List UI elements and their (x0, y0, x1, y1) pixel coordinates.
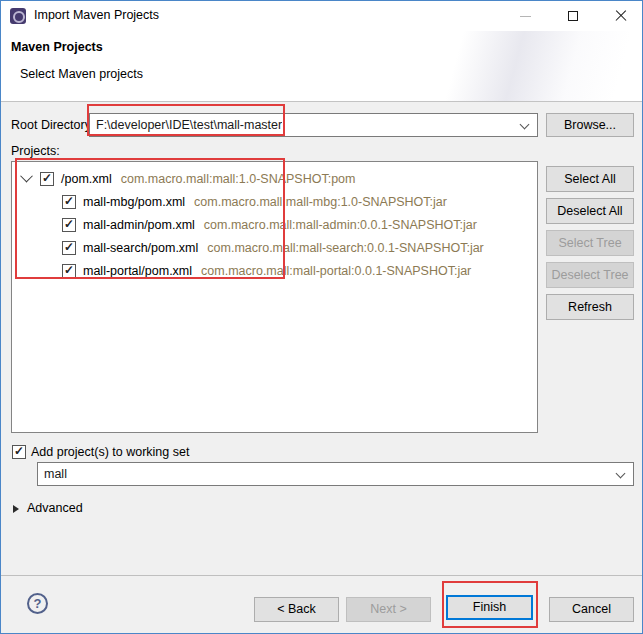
finish-button[interactable]: Finish (446, 595, 533, 620)
minimize-button[interactable] (509, 1, 541, 31)
deselect-tree-button: Deselect Tree (546, 262, 634, 288)
tree-row-mall-portal[interactable]: mall-portal/pom.xml com.macro.mall:mall-… (62, 260, 471, 282)
back-button[interactable]: < Back (254, 597, 339, 622)
page-subtitle: Select Maven projects (20, 67, 143, 81)
browse-button[interactable]: Browse... (546, 113, 634, 137)
tree-row-pom[interactable]: /pom.xml com.macro.mall:mall:1.0-SNAPSHO… (12, 168, 355, 190)
close-button[interactable] (605, 1, 637, 31)
tree-row-mall-admin[interactable]: mall-admin/pom.xml com.macro.mall:mall-a… (62, 214, 477, 236)
chevron-down-icon[interactable] (520, 120, 530, 130)
root-directory-value: F:\developer\IDE\test\mall-master (90, 118, 282, 132)
minimize-icon (520, 16, 531, 17)
select-tree-button: Select Tree (546, 230, 634, 256)
tree-item-label: mall-admin/pom.xml (83, 218, 195, 232)
refresh-button[interactable]: Refresh (546, 294, 634, 320)
tree-item-coords: com.macro.mall:mall-mbg:1.0-SNAPSHOT:jar (194, 195, 447, 209)
tree-checkbox[interactable] (40, 172, 54, 186)
working-set-checkbox[interactable] (12, 445, 26, 459)
help-icon[interactable]: ? (27, 593, 48, 614)
footer-separator (1, 575, 642, 576)
window-title: Import Maven Projects (34, 8, 159, 22)
tree-item-coords: com.macro.mall:mall-search:0.0.1-SNAPSHO… (207, 241, 483, 255)
title-bar: Import Maven Projects (1, 1, 642, 31)
maximize-button[interactable] (557, 1, 589, 31)
tree-row-mall-search[interactable]: mall-search/pom.xml com.macro.mall:mall-… (62, 237, 484, 259)
deselect-all-button[interactable]: Deselect All (546, 198, 634, 224)
working-set-combo[interactable]: mall (37, 462, 634, 486)
projects-label: Projects: (11, 144, 60, 158)
cancel-button[interactable]: Cancel (549, 597, 634, 622)
working-set-label: Add project(s) to working set (31, 445, 189, 459)
tree-item-label: mall-mbg/pom.xml (83, 195, 185, 209)
tree-checkbox[interactable] (62, 264, 76, 278)
tree-checkbox[interactable] (62, 195, 76, 209)
select-all-button[interactable]: Select All (546, 166, 634, 192)
page-title: Maven Projects (11, 40, 103, 54)
tree-item-label: mall-portal/pom.xml (83, 264, 192, 278)
wizard-banner: Maven Projects Select Maven projects (1, 31, 642, 102)
maven-import-icon (10, 8, 26, 24)
import-maven-projects-dialog: Import Maven Projects Maven Projects Sel… (0, 0, 643, 634)
root-directory-combo[interactable]: F:\developer\IDE\test\mall-master (89, 113, 538, 137)
tree-item-coords: com.macro.mall:mall-admin:0.0.1-SNAPSHOT… (204, 218, 477, 232)
tree-checkbox[interactable] (62, 218, 76, 232)
tree-row-mall-mbg[interactable]: mall-mbg/pom.xml com.macro.mall:mall-mbg… (62, 191, 447, 213)
expander-chevron-icon[interactable] (20, 169, 33, 182)
tree-item-coords: com.macro.mall:mall:1.0-SNAPSHOT:pom (121, 172, 356, 186)
chevron-down-icon[interactable] (616, 469, 626, 479)
tree-item-coords: com.macro.mall:mall-portal:0.0.1-SNAPSHO… (201, 264, 471, 278)
tree-checkbox[interactable] (62, 241, 76, 255)
working-set-value: mall (38, 467, 67, 481)
tree-item-label: /pom.xml (61, 172, 112, 186)
root-directory-label: Root Directory: (11, 118, 94, 132)
close-icon (615, 10, 627, 22)
advanced-expander-icon[interactable] (13, 505, 19, 513)
next-button: Next > (346, 597, 431, 622)
tree-item-label: mall-search/pom.xml (83, 241, 198, 255)
maximize-icon (568, 11, 578, 21)
advanced-label[interactable]: Advanced (27, 501, 83, 515)
projects-tree[interactable]: /pom.xml com.macro.mall:mall:1.0-SNAPSHO… (11, 161, 538, 433)
